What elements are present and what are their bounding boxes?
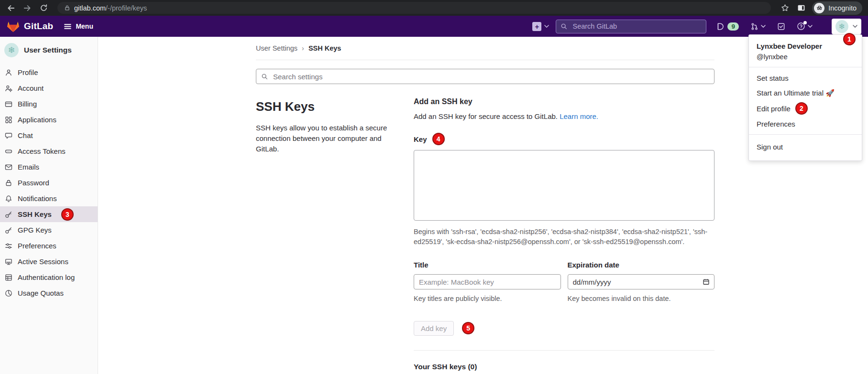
sidebar-item-label: Usage Quotas (18, 289, 64, 297)
sidebar-title: User Settings (24, 46, 72, 54)
add-key-button[interactable]: Add key (414, 321, 454, 336)
bookmark-star-icon[interactable] (780, 3, 790, 13)
annotation-badge-3: 3 (61, 208, 74, 221)
sidebar-item-preferences[interactable]: Preferences (0, 238, 98, 254)
menu-item-sign-out[interactable]: Sign out (749, 138, 862, 156)
sidebar-item-chat[interactable]: Chat (0, 128, 98, 143)
sidebar-item-label: Preferences (18, 242, 56, 250)
sidebar-item-notifications[interactable]: Notifications (0, 191, 98, 206)
annotation-badge-2: 2 (795, 102, 808, 115)
issues-button[interactable]: 9 (716, 22, 739, 31)
chevron-down-icon (853, 25, 857, 28)
side-panel-icon[interactable] (796, 3, 806, 13)
sidebar-item-profile[interactable]: Profile (0, 64, 98, 80)
ssh-key-textarea[interactable] (414, 150, 714, 221)
breadcrumb: User Settings › SSH Keys (256, 37, 714, 60)
sidebar-item-applications[interactable]: Applications (0, 112, 98, 128)
form-section-description: Add an SSH key for secure access to GitL… (414, 112, 714, 120)
user-menu-list: Set statusStart an Ultimate trial 🚀Edit … (749, 70, 862, 131)
menu-button[interactable]: Menu (64, 22, 93, 31)
menu-item-edit-profile[interactable]: Edit profile2 (749, 101, 862, 116)
section-divider (414, 350, 714, 351)
menu-item-label: Sign out (757, 143, 783, 151)
sidebar-item-ssh-keys[interactable]: SSH Keys3 (0, 206, 98, 222)
billing-icon (5, 100, 12, 108)
search-settings-input[interactable] (272, 72, 709, 81)
annotation-badge-4: 4 (432, 133, 445, 145)
breadcrumb-user-settings[interactable]: User Settings (256, 44, 297, 52)
key-title-input[interactable] (414, 274, 561, 289)
user-avatar-button[interactable]: ❄ (832, 19, 861, 34)
lock-icon (64, 5, 70, 11)
menu-item-label: Preferences (757, 120, 795, 128)
page-title: SSH Keys (256, 99, 391, 114)
gpg-keys-icon (5, 226, 12, 234)
global-search-input[interactable] (571, 22, 702, 31)
sidebar-item-billing[interactable]: Billing (0, 96, 98, 112)
sidebar-item-password[interactable]: Password (0, 175, 98, 191)
sidebar-item-gpg-keys[interactable]: GPG Keys (0, 222, 98, 238)
user-settings-avatar: ❄ (4, 43, 19, 57)
user-username: @lynxbee (757, 53, 854, 61)
help-button[interactable] (797, 22, 813, 31)
chevron-down-icon (544, 25, 549, 28)
menu-divider (749, 134, 862, 135)
expiration-date-input[interactable] (568, 274, 715, 289)
sidebar-item-account[interactable]: Account (0, 80, 98, 96)
menu-item-start-an-ultimate-trial[interactable]: Start an Ultimate trial 🚀 (749, 85, 862, 101)
sidebar-item-label: Emails (18, 163, 39, 171)
page-description: SSH keys allow you to establish a secure… (256, 123, 391, 154)
password-icon (5, 179, 12, 187)
tanuki-icon (7, 21, 20, 32)
sidebar-header: ❄ User Settings (0, 37, 98, 64)
menu-item-preferences[interactable]: Preferences (749, 116, 862, 131)
browser-toolbar: gitlab.com/-/profile/keys Incognito (0, 0, 868, 16)
menu-label: Menu (76, 22, 93, 30)
menu-item-label: Set status (757, 74, 789, 82)
sidebar-item-active-sessions[interactable]: Active Sessions (0, 254, 98, 269)
global-search (556, 20, 706, 33)
plus-icon: + (532, 22, 541, 31)
incognito-badge: Incognito (812, 1, 862, 15)
merge-requests-button[interactable] (750, 22, 766, 31)
chevron-down-icon (761, 25, 766, 28)
gitlab-navbar: GitLab Menu + 9 (0, 16, 868, 37)
chevron-down-icon (808, 25, 813, 28)
gitlab-logo-link[interactable]: GitLab (7, 21, 53, 32)
expiration-help-text: Key becomes invalid on this date. (568, 294, 715, 304)
user-avatar: ❄ (835, 20, 848, 33)
learn-more-link[interactable]: Learn more. (560, 112, 598, 120)
incognito-label: Incognito (828, 4, 857, 12)
sidebar-item-emails[interactable]: Emails (0, 159, 98, 175)
breadcrumb-ssh-keys: SSH Keys (308, 44, 341, 52)
menu-item-label: Start an Ultimate trial 🚀 (757, 89, 835, 97)
search-icon (261, 73, 268, 80)
sidebar-item-access-tokens[interactable]: Access Tokens (0, 143, 98, 159)
search-settings-box (256, 69, 714, 84)
authentication-log-icon (5, 274, 12, 281)
sidebar-item-label: Profile (18, 68, 38, 76)
issues-icon (716, 22, 724, 31)
applications-icon (5, 116, 12, 124)
browser-reload-icon[interactable] (38, 3, 49, 13)
user-full-name: Lynxbee Developer (757, 42, 854, 50)
your-ssh-keys-title: Your SSH keys (0) (414, 363, 714, 371)
address-bar[interactable]: gitlab.com/-/profile/keys (57, 2, 771, 14)
title-label: Title (414, 261, 429, 269)
browser-forward-icon[interactable] (22, 3, 33, 13)
preferences-icon (5, 242, 12, 250)
menu-item-set-status[interactable]: Set status (749, 70, 862, 85)
notifications-icon (5, 195, 12, 203)
sidebar-item-authentication-log[interactable]: Authentication log (0, 269, 98, 285)
form-section-title: Add an SSH key (414, 97, 714, 106)
new-item-button[interactable]: + (532, 22, 549, 31)
brand-name: GitLab (24, 21, 53, 32)
sidebar-item-label: Active Sessions (18, 257, 68, 266)
emails-icon (5, 163, 12, 171)
browser-back-icon[interactable] (6, 3, 16, 13)
sidebar-item-label: Billing (18, 100, 37, 108)
todos-button[interactable] (777, 22, 785, 31)
calendar-icon[interactable] (703, 278, 710, 286)
sidebar-item-label: SSH Keys (18, 210, 52, 218)
sidebar-item-usage-quotas[interactable]: Usage Quotas (0, 285, 98, 301)
